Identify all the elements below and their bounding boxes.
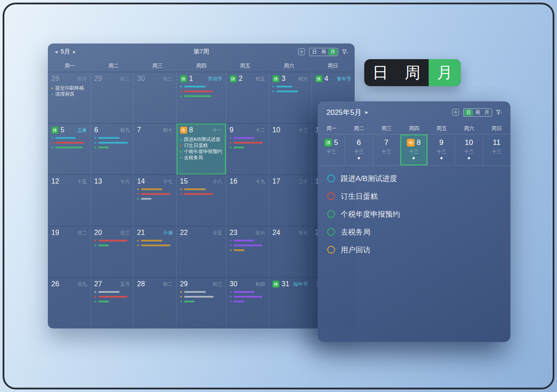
event-item[interactable] bbox=[180, 193, 222, 195]
event-item[interactable]: 个税年度申报预约 bbox=[180, 149, 222, 154]
calendar-cell[interactable]: 休3初六 bbox=[269, 72, 312, 123]
event-item[interactable] bbox=[94, 147, 130, 148]
task-status-circle[interactable] bbox=[327, 210, 335, 218]
view-toggle-option-week[interactable]: 周 bbox=[319, 49, 328, 55]
calendar-cell[interactable]: 30初四 bbox=[226, 277, 269, 328]
task-item[interactable]: 跟进A/B测试进度 bbox=[327, 172, 502, 185]
calendar-cell[interactable]: 21小满 bbox=[134, 226, 177, 277]
calendar-cell[interactable]: 13十六 bbox=[91, 174, 134, 226]
event-item[interactable] bbox=[94, 291, 130, 293]
calendar-cell[interactable]: 23廿六 bbox=[226, 226, 269, 277]
event-item[interactable] bbox=[94, 240, 130, 241]
task-status-circle[interactable] bbox=[327, 192, 335, 200]
calendar-cell[interactable]: 9十二 bbox=[226, 123, 269, 174]
event-item[interactable] bbox=[137, 193, 173, 195]
mini-day-cell[interactable]: 7十三 bbox=[373, 134, 400, 165]
view-toggle-option-month[interactable]: 月 bbox=[482, 109, 491, 116]
next-month-button[interactable]: ▶ bbox=[73, 50, 76, 54]
event-item[interactable] bbox=[180, 301, 222, 302]
event-item[interactable] bbox=[51, 147, 87, 148]
calendar-cell[interactable]: 24廿七 bbox=[269, 226, 312, 277]
mini-today-button[interactable]: 今 bbox=[452, 109, 459, 116]
event-item[interactable] bbox=[94, 296, 130, 298]
mini-day-cell[interactable]: 10十三 bbox=[455, 134, 483, 165]
event-item[interactable]: 清理厨房 bbox=[51, 92, 87, 97]
event-item[interactable] bbox=[180, 95, 222, 97]
event-item[interactable]: 提交印刷终稿 bbox=[51, 86, 87, 90]
calendar-cell[interactable]: 16十九 bbox=[226, 174, 269, 226]
filter-icon[interactable] bbox=[342, 49, 348, 55]
event-item[interactable] bbox=[137, 245, 173, 246]
calendar-cell[interactable]: 12十五 bbox=[48, 174, 91, 226]
calendar-cell[interactable]: 20廿三 bbox=[91, 226, 134, 277]
calendar-cell[interactable]: 29初三 bbox=[177, 277, 226, 328]
event-item[interactable] bbox=[94, 142, 130, 144]
event-item[interactable] bbox=[230, 240, 265, 241]
calendar-cell[interactable]: 26廿九 bbox=[48, 277, 91, 328]
calendar-cell[interactable]: 29初二 bbox=[91, 72, 134, 123]
event-item[interactable] bbox=[94, 301, 130, 302]
mini-day-cell[interactable]: 9十三 bbox=[428, 134, 455, 165]
calendar-cell[interactable]: 10十三 bbox=[269, 123, 312, 174]
event-item[interactable] bbox=[230, 245, 265, 246]
event-item[interactable] bbox=[230, 142, 265, 144]
calendar-cell[interactable]: 19廿二 bbox=[48, 226, 91, 277]
calendar-cell[interactable]: 30初三 bbox=[134, 72, 177, 123]
view-toggle-option-day[interactable]: 日 bbox=[310, 49, 319, 55]
view-toggle-option-week[interactable]: 周 bbox=[473, 109, 482, 116]
event-item[interactable] bbox=[180, 291, 222, 293]
calendar-cell[interactable]: 休31端午节 bbox=[269, 277, 312, 328]
big-view-toggle-option-day[interactable]: 日 bbox=[364, 59, 396, 86]
event-item[interactable] bbox=[51, 142, 87, 144]
mini-day-cell[interactable]: 今8十三 bbox=[400, 134, 428, 165]
event-item[interactable] bbox=[51, 137, 87, 139]
event-item[interactable] bbox=[180, 90, 222, 92]
event-item[interactable] bbox=[94, 245, 130, 246]
view-toggle-option-month[interactable]: 月 bbox=[328, 49, 337, 55]
event-item[interactable] bbox=[230, 301, 265, 302]
calendar-cell[interactable]: 22廿五 bbox=[177, 226, 226, 277]
task-item[interactable]: 订生日蛋糕 bbox=[327, 190, 502, 203]
event-item[interactable] bbox=[230, 137, 265, 139]
event-item[interactable] bbox=[230, 296, 265, 298]
calendar-cell[interactable]: 6初九 bbox=[91, 123, 134, 174]
event-item[interactable]: 跟进A/B测试进度 bbox=[180, 137, 222, 142]
event-item[interactable] bbox=[230, 147, 265, 148]
calendar-cell[interactable]: 14十七 bbox=[134, 174, 177, 226]
today-button[interactable]: 今 bbox=[298, 48, 305, 55]
event-item[interactable] bbox=[180, 296, 222, 298]
task-status-circle[interactable] bbox=[327, 246, 335, 254]
view-toggle-option-day[interactable]: 日 bbox=[464, 109, 473, 116]
big-view-toggle-option-week[interactable]: 周 bbox=[396, 59, 429, 86]
calendar-cell[interactable]: 28初二 bbox=[134, 277, 177, 328]
event-item[interactable] bbox=[180, 188, 222, 190]
event-item[interactable] bbox=[137, 188, 173, 190]
calendar-cell[interactable]: 27五月 bbox=[91, 277, 134, 328]
calendar-cell[interactable]: 今8十一跟进A/B测试进度订生日蛋糕个税年度申报预约去税务局 bbox=[177, 123, 226, 174]
event-item[interactable] bbox=[137, 198, 173, 200]
mini-day-cell[interactable]: 休5十三 bbox=[318, 134, 345, 165]
task-item[interactable]: 用户回访 bbox=[327, 243, 502, 256]
calendar-cell[interactable]: 15十八 bbox=[177, 174, 226, 226]
event-item[interactable] bbox=[230, 291, 265, 293]
calendar-cell[interactable]: 休5立夏 bbox=[48, 123, 91, 174]
mini-day-cell[interactable]: 6十三 bbox=[345, 134, 372, 165]
event-item[interactable] bbox=[137, 240, 173, 241]
task-status-circle[interactable] bbox=[327, 228, 335, 236]
mini-next-button[interactable]: ▶ bbox=[365, 110, 368, 114]
event-item[interactable] bbox=[180, 86, 222, 87]
big-view-toggle-option-month[interactable]: 月 bbox=[429, 59, 461, 86]
task-item[interactable]: 去税务局 bbox=[327, 225, 502, 238]
event-item[interactable] bbox=[272, 86, 308, 87]
event-item[interactable] bbox=[94, 137, 130, 139]
calendar-cell[interactable]: 休1劳动节 bbox=[177, 72, 226, 123]
task-status-circle[interactable] bbox=[327, 174, 335, 182]
event-item[interactable]: 订生日蛋糕 bbox=[180, 143, 222, 148]
calendar-cell[interactable]: 17二十 bbox=[269, 174, 312, 226]
mini-day-cell[interactable]: 11十三 bbox=[483, 134, 510, 165]
event-item[interactable] bbox=[272, 90, 308, 92]
event-item[interactable] bbox=[230, 249, 265, 251]
calendar-cell[interactable]: 休2初五 bbox=[226, 72, 269, 123]
calendar-cell[interactable]: 7初十 bbox=[134, 123, 177, 174]
task-item[interactable]: 个税年度申报预约 bbox=[327, 208, 502, 221]
